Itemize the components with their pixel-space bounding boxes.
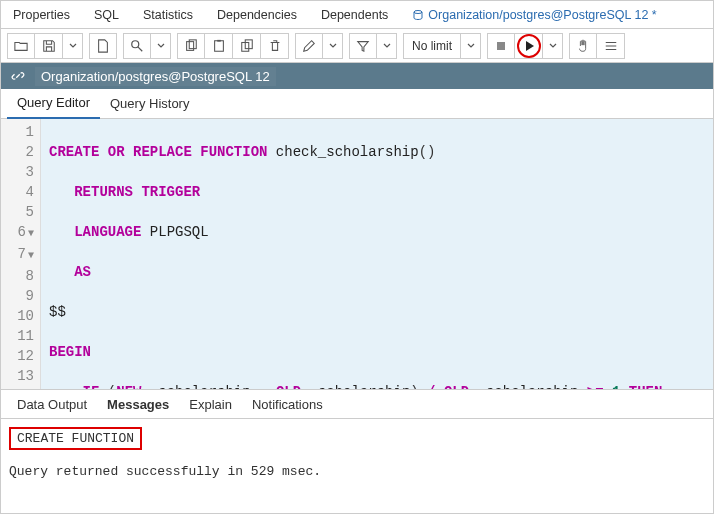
tab-dependents[interactable]: Dependents: [309, 1, 400, 29]
line-number: 3: [1, 162, 34, 182]
duplicate-button[interactable]: [233, 33, 261, 59]
svg-rect-4: [214, 40, 223, 51]
output-status: Query returned successfully in 529 msec.: [9, 464, 705, 479]
code-area[interactable]: CREATE OR REPLACE FUNCTION check_scholar…: [41, 119, 713, 389]
toolbar: No limit: [1, 29, 713, 63]
chevron-down-icon: [383, 42, 391, 50]
filter-dropdown[interactable]: [377, 33, 397, 59]
find-button[interactable]: [123, 33, 151, 59]
file-icon: [96, 39, 110, 53]
line-number: 8: [1, 266, 34, 286]
hand-icon: [576, 39, 590, 53]
tab-query-history[interactable]: Query History: [100, 89, 199, 119]
line-number: 11: [1, 326, 34, 346]
filter-button[interactable]: [349, 33, 377, 59]
tab-notifications[interactable]: Notifications: [242, 389, 333, 419]
line-number: 12: [1, 346, 34, 366]
document-button[interactable]: [89, 33, 117, 59]
svg-rect-8: [497, 42, 505, 50]
chevron-down-icon: [157, 42, 165, 50]
connection-text: Organization/postgres@PostgreSQL 12: [35, 67, 276, 86]
stop-icon: [495, 40, 507, 52]
filter-icon: [356, 39, 370, 53]
link-icon[interactable]: [7, 65, 29, 87]
output-highlight: CREATE FUNCTION: [9, 427, 142, 450]
edit-button[interactable]: [295, 33, 323, 59]
svg-point-0: [414, 10, 422, 13]
line-number: 2: [1, 142, 34, 162]
tab-sql[interactable]: SQL: [82, 1, 131, 29]
line-number: 6▼: [1, 222, 34, 244]
top-tabs: Properties SQL Statistics Dependencies D…: [1, 1, 713, 29]
execute-button[interactable]: [515, 33, 543, 59]
delete-button[interactable]: [261, 33, 289, 59]
line-number: 10: [1, 306, 34, 326]
copy-button[interactable]: [177, 33, 205, 59]
save-dropdown[interactable]: [63, 33, 83, 59]
tab-connection[interactable]: Organization/postgres@PostgreSQL 12 *: [400, 1, 668, 29]
stop-button[interactable]: [487, 33, 515, 59]
tab-data-output[interactable]: Data Output: [7, 389, 97, 419]
line-number: 4: [1, 182, 34, 202]
database-icon: [412, 9, 424, 21]
limit-dropdown[interactable]: [461, 33, 481, 59]
tab-explain[interactable]: Explain: [179, 389, 242, 419]
open-button[interactable]: [7, 33, 35, 59]
find-dropdown[interactable]: [151, 33, 171, 59]
search-icon: [130, 39, 144, 53]
more-button[interactable]: [597, 33, 625, 59]
tab-statistics[interactable]: Statistics: [131, 1, 205, 29]
chevron-down-icon: [69, 42, 77, 50]
chevron-down-icon: [329, 42, 337, 50]
chevron-down-icon: [467, 42, 475, 50]
duplicate-icon: [240, 39, 254, 53]
copy-icon: [184, 39, 198, 53]
svg-point-1: [132, 40, 139, 47]
save-button[interactable]: [35, 33, 63, 59]
folder-open-icon: [14, 39, 28, 53]
line-number: 13: [1, 366, 34, 386]
play-icon: [523, 40, 535, 52]
limit-select[interactable]: No limit: [403, 33, 461, 59]
connection-bar: Organization/postgres@PostgreSQL 12: [1, 63, 713, 89]
tab-dependencies[interactable]: Dependencies: [205, 1, 309, 29]
trash-icon: [268, 39, 282, 53]
save-icon: [42, 39, 56, 53]
line-number: 7▼: [1, 244, 34, 266]
paste-button[interactable]: [205, 33, 233, 59]
output-panel: CREATE FUNCTION Query returned successfu…: [1, 419, 713, 487]
edit-dropdown[interactable]: [323, 33, 343, 59]
code-editor[interactable]: 1 2 3 4 5 6▼ 7▼ 8 9 10 11 12 13 CREATE O…: [1, 119, 713, 389]
output-tabs: Data Output Messages Explain Notificatio…: [1, 389, 713, 419]
editor-tabs: Query Editor Query History: [1, 89, 713, 119]
line-number: 9: [1, 286, 34, 306]
chevron-down-icon: [549, 42, 557, 50]
svg-rect-5: [217, 39, 221, 41]
tab-properties[interactable]: Properties: [1, 1, 82, 29]
pencil-icon: [302, 39, 316, 53]
line-number: 5: [1, 202, 34, 222]
paste-icon: [212, 39, 226, 53]
gutter: 1 2 3 4 5 6▼ 7▼ 8 9 10 11 12 13: [1, 119, 41, 389]
tab-messages[interactable]: Messages: [97, 389, 179, 419]
explain-button[interactable]: [569, 33, 597, 59]
execute-dropdown[interactable]: [543, 33, 563, 59]
list-icon: [604, 39, 618, 53]
tab-connection-label: Organization/postgres@PostgreSQL 12 *: [428, 8, 656, 22]
tab-query-editor[interactable]: Query Editor: [7, 89, 100, 119]
line-number: 1: [1, 122, 34, 142]
